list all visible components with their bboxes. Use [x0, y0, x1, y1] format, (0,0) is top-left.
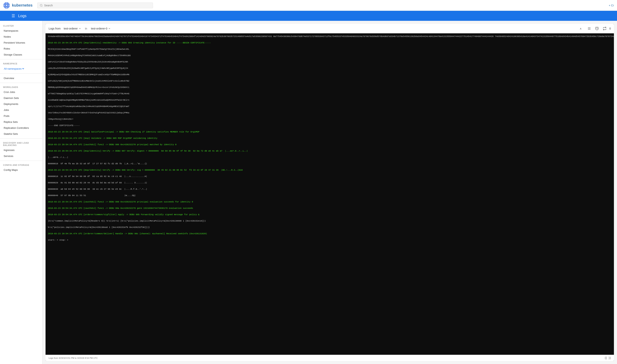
sidebar-item-storage-classes[interactable]: Storage Classes [0, 52, 42, 58]
logs-content[interactable]: 534a0e4d55356c65474674034778c64c0d4e7602… [46, 33, 614, 355]
chevron-down-icon [79, 27, 81, 30]
log-line: 2018-03-23 20:54:34.474 UTC [orderer/com… [48, 232, 612, 235]
logs-icons: A [578, 26, 611, 32]
log-line: 00000010 5f 4e fb ea 2b 32 a5 9f 17 27 5… [48, 162, 612, 165]
pod-name-label: test-orderer [64, 27, 78, 30]
sidebar-item-jobs[interactable]: Jobs [0, 107, 42, 113]
log-line: MIICGjCCACcGAwIBAgIRAP/sHfUADTflyHw4qv5h… [48, 48, 612, 51]
namespace-selector[interactable]: All namespaces [0, 65, 42, 72]
sidebar-item-services[interactable]: Services [0, 153, 42, 159]
log-line: 2018-03-23 20:54:34.474 UTC [msp/identit… [48, 149, 612, 153]
footer-nav: ⟨⟨ ⟩⟩ [605, 356, 611, 360]
log-line: 2018-03-23 20:54:34.474 UTC [cauthdsl] f… [48, 200, 612, 204]
log-line: -----END CERTIFICATE----- [48, 124, 612, 127]
sidebar-item-replica-sets[interactable]: Replica Sets [0, 119, 42, 125]
log-line: 00000040 57 97 9b 04 11 53 51 |W....SQ| [48, 194, 612, 197]
log-line: 2018-03-23 20:54:34.474 UTC [msp/identit… [48, 41, 612, 45]
sidebar-item-deployments[interactable]: Deployments [0, 101, 42, 107]
sidebar-item-daemon-sets[interactable]: Daemon Sets [0, 95, 42, 101]
config-section-label: Config and Storage [0, 162, 42, 167]
log-line: %!s(*policies.implicitMetaPolicy=&{0xc42… [48, 226, 612, 229]
search-bar[interactable] [37, 2, 153, 8]
container-name-dropdown[interactable]: test-orderer-0 [90, 26, 112, 31]
log-line: 00000020 8c 91 b5 09 ed 02 20 44 dc d3 b… [48, 181, 612, 184]
logs-footer-text: Logs from 3/23/18 8:51 PM to 3/23/18 8:5… [49, 357, 98, 359]
log-line: {%!s(*common.ImplicitMetaPolicy=&{Reader… [48, 219, 612, 223]
pod-name-dropdown[interactable]: test-orderer [62, 26, 82, 31]
log-line: A1UdDwEB/wQEAwIHgDAMBgNVHRMBAf8EAjAAMCsG… [48, 99, 612, 102]
cluster-section-label: Cluster [0, 23, 42, 28]
sidebar-item-overview[interactable]: Overview [0, 75, 42, 81]
log-line: Lm9yZEuZXhhbXBsZS5jb20wHhcNMTgwMzIyMTQyN… [48, 67, 612, 70]
svg-line-18 [597, 28, 598, 29]
prev-page-button[interactable]: ⟨⟨ [605, 356, 607, 360]
next-page-button[interactable]: ⟩⟩ [608, 356, 611, 360]
sidebar-item-replication-controllers[interactable]: Replication Controllers [0, 125, 42, 131]
add-button[interactable]: + Cr [609, 4, 614, 7]
logs-from-label: Logs from [49, 27, 61, 30]
sidebar: Cluster Namespaces Nodes Persistent Volu… [0, 21, 42, 364]
sidebar-item-namespaces[interactable]: Namespaces [0, 28, 42, 34]
log-line: rbMgxV5UiQjt2B4n2Dc= [48, 117, 612, 121]
sidebar-item-nodes[interactable]: Nodes [0, 34, 42, 40]
svg-point-7 [6, 7, 7, 8]
wrap-button[interactable] [602, 26, 608, 32]
nav-right: + Cr [609, 4, 614, 7]
timer-button[interactable] [594, 26, 600, 32]
log-line: 00000010 1c 02 8f 6e b4 99 80 df 02 ca 8… [48, 175, 612, 178]
sidebar-item-config-maps[interactable]: Config Maps [0, 167, 42, 173]
namespace-section-label: Namespace [0, 61, 42, 65]
log-line: 2018-03-23 20:54:34.474 UTC [msp] Satisf… [48, 130, 612, 134]
hamburger-icon[interactable]: ☰ [12, 13, 15, 18]
sidebar-item-roles[interactable]: Roles [0, 46, 42, 52]
log-line: MBMGByqGSM49AgEGCCqGSM49AwEHA0IABMm3pYRJ… [48, 86, 612, 89]
svg-line-11 [42, 6, 42, 6]
sub-header-title: Logs [18, 14, 27, 18]
format-button[interactable] [586, 26, 592, 32]
log-line: MAkGA1UEBhMCVVMxEzARBgNVBAgTCkNhbGlmb3Ju… [48, 54, 612, 57]
svg-line-19 [596, 27, 596, 27]
sidebar-divider-2 [0, 73, 42, 74]
search-icon [40, 4, 43, 7]
sidebar-item-pods[interactable]: Pods [0, 113, 42, 119]
top-nav: kubernetes + Cr [0, 0, 617, 11]
log-line: 2018-03-23 20:54:34.474 UTC [orderer/com… [48, 213, 612, 216]
logo-area: kubernetes [3, 2, 33, 9]
logs-footer: Logs from 3/23/18 8:51 PM to 3/23/18 8:5… [46, 355, 614, 361]
sidebar-divider-5 [0, 161, 42, 161]
log-line: 00000030 a8 b9 04 e5 52 88 66 06 38 ec c… [48, 188, 612, 191]
search-input[interactable] [44, 4, 150, 7]
sidebar-divider-4 [0, 138, 42, 139]
log-line: cmFuY2lzY28xGTAXBgNVBAoTEG9yZEuZXhhbXBsZ… [48, 60, 612, 64]
discovery-section-label: Discovery and Load Balancing [0, 140, 42, 147]
log-line: |...o0^0..r.L..| [48, 156, 612, 159]
sidebar-item-persistent-volumes[interactable]: Persistent Volumes [0, 40, 42, 46]
text-size-button[interactable]: A [578, 26, 585, 32]
log-line: tKA/CHboLFxcDGY0G0tvlGvSA+3KHxkTrDsGYwIg… [48, 111, 612, 115]
sub-header: ☰ Logs [0, 11, 617, 21]
svg-text:A: A [580, 27, 581, 30]
log-line: 2018-03-23 20:54:34.474 UTC [msp/identit… [48, 169, 612, 172]
sidebar-item-cron-jobs[interactable]: Cron Jobs [0, 89, 42, 95]
workloads-section-label: Workloads [0, 84, 42, 89]
sidebar-divider-3 [0, 83, 42, 83]
namespace-dropdown[interactable]: All namespaces [3, 67, 25, 70]
log-line: wTT00lT9GmgNSqrpU9Cq/luES7E3YMH32Jxygm5m… [48, 92, 612, 95]
svg-point-10 [40, 4, 42, 6]
log-line: 2018-03-23 20:54:34.474 UTC [cauthdsl] f… [48, 207, 612, 210]
logs-in-label: in [85, 27, 87, 30]
container-name-label: test-orderer-0 [91, 27, 107, 30]
kubernetes-logo-icon [3, 2, 10, 9]
log-line: xprL/Ll17u17fTnAzmUpOzaRdao2Nc2vMAoGCCqG… [48, 105, 612, 108]
app-title: kubernetes [12, 3, 33, 8]
svg-point-9 [9, 5, 10, 6]
logs-panel: Logs from test-orderer in test-orderer-0… [46, 24, 614, 361]
log-line: WjBbMQswCQYDVQQGEwJVUzETMBEGA1UECBMKQ2Fs… [48, 73, 612, 76]
svg-point-8 [4, 5, 5, 6]
logs-header: Logs from test-orderer in test-orderer-0… [46, 24, 614, 33]
sidebar-item-stateful-sets[interactable]: Stateful Sets [0, 131, 42, 137]
log-line: 2018-03-23 20:54:34.474 UTC [cauthdsl] f… [48, 143, 612, 146]
svg-point-6 [6, 2, 7, 3]
log-line: U2FuIEZyYW5jaXNjbzEfMB0GA1UEAxMWcGVlcjAu… [48, 79, 612, 83]
sidebar-item-ingresses[interactable]: Ingresses [0, 147, 42, 153]
